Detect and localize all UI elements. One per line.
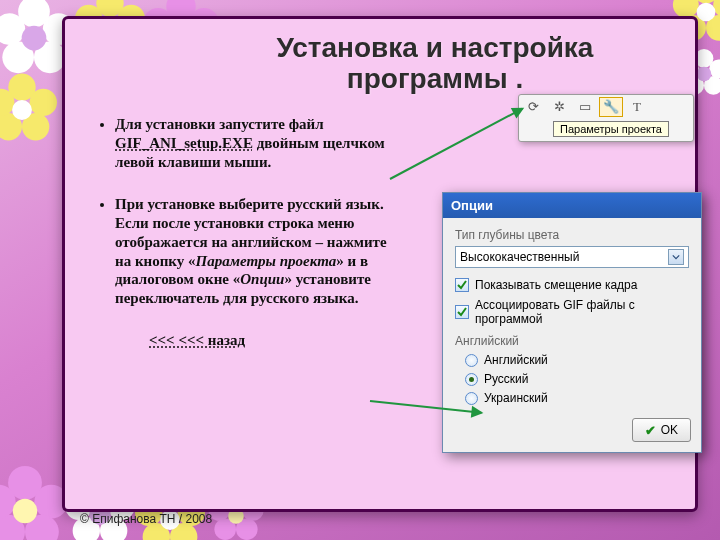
bullet-install: Для установки запустите файл GIF_ANI_set… xyxy=(115,115,397,171)
svg-point-5 xyxy=(22,26,47,51)
svg-point-29 xyxy=(13,499,37,523)
page-title: Установка и настройка программы . xyxy=(65,19,695,99)
checkbox-label: Показывать смещение кадра xyxy=(475,278,637,292)
language-group-label: Английский xyxy=(455,334,689,348)
radio-label: Английский xyxy=(484,353,548,367)
radio-english: Английский xyxy=(465,353,689,367)
checkbox-associate-gif: Ассоциировать GIF файлы с программой xyxy=(455,298,689,326)
radio-label: Русский xyxy=(484,372,529,386)
svg-point-19 xyxy=(30,89,57,116)
toolbar-tooltip: Параметры проекта xyxy=(553,121,669,137)
checkbox-show-offset: Показывать смещение кадра xyxy=(455,278,689,292)
ok-button-label: OK xyxy=(661,423,678,437)
radio-label: Украинский xyxy=(484,391,548,405)
radio-icon xyxy=(465,392,478,405)
toolbar-button-icon: T xyxy=(625,97,649,117)
radio-icon xyxy=(465,354,478,367)
toolbar-button-icon: ✲ xyxy=(547,97,571,117)
back-link[interactable]: <<< <<< назад xyxy=(149,332,397,349)
svg-point-53 xyxy=(697,3,716,22)
check-icon: ✔ xyxy=(645,423,656,438)
chevron-down-icon xyxy=(668,249,684,265)
radio-ukrainian: Украинский xyxy=(465,391,689,405)
body-text: Для установки запустите файл GIF_ANI_set… xyxy=(97,115,397,349)
color-depth-value: Высококачественный xyxy=(460,250,579,264)
checkbox-label: Ассоциировать GIF файлы с программой xyxy=(475,298,689,326)
dialog-title: Опции xyxy=(451,198,493,213)
bullet-language: При установке выберите русский язык. Есл… xyxy=(115,195,397,308)
toolbar-button-project-params: 🔧 xyxy=(599,97,623,117)
checkbox-icon xyxy=(455,305,469,319)
radio-icon xyxy=(465,373,478,386)
inset-toolbar-screenshot: ⟳ ✲ ▭ 🔧 T Параметры проекта xyxy=(518,94,694,142)
toolbar-button-icon: ▭ xyxy=(573,97,597,117)
radio-russian: Русский xyxy=(465,372,689,386)
ok-button: ✔ OK xyxy=(632,418,691,442)
color-depth-label: Тип глубины цвета xyxy=(455,228,689,242)
svg-point-23 xyxy=(12,100,32,120)
copyright-text: © Епифанова ТН / 2008 xyxy=(80,512,212,526)
setup-file-link[interactable]: GIF_ANI_setup.EXE xyxy=(115,135,253,151)
svg-point-59 xyxy=(697,67,712,82)
color-depth-select: Высококачественный xyxy=(455,246,689,268)
flower-decoration xyxy=(0,72,60,148)
checkbox-icon xyxy=(455,278,469,292)
